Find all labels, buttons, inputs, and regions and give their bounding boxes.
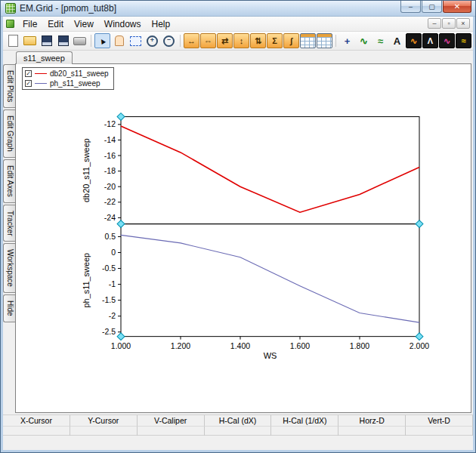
mdi-close-button[interactable]: × <box>456 18 470 29</box>
plot-border <box>121 117 419 224</box>
save-icon[interactable] <box>39 33 54 48</box>
menu-edit[interactable]: Edit <box>42 17 69 31</box>
chart-text: -0.5 <box>102 264 116 273</box>
sidebar-tab-edit-graph[interactable]: Edit Graph <box>3 109 15 158</box>
chart-text: -1.5 <box>102 296 116 304</box>
status-column-header: Y-Cursor <box>70 415 138 427</box>
select-cursor-icon[interactable] <box>94 33 110 48</box>
zoom-out-icon[interactable] <box>161 33 177 48</box>
chart-text: 1.800 <box>350 342 369 350</box>
envelope-icon[interactable]: ≈ <box>456 33 471 48</box>
sidebar-tab-edit-axes[interactable]: Edit Axes <box>3 159 15 203</box>
toolbar-separator <box>91 35 91 47</box>
maximize-button[interactable]: ▢ <box>422 1 442 13</box>
chart-text: 1.600 <box>290 342 310 350</box>
chart-text: -14 <box>104 136 116 144</box>
chart-text: -16 <box>104 152 116 160</box>
menu-bar: File Edit View Windows Help – ▫ × <box>3 17 473 32</box>
document-tab-strip: s11_sweep <box>15 51 471 63</box>
chart-canvas[interactable]: -12-14-16-18-20-22-24db20_s11_sweep0.50-… <box>16 64 471 412</box>
menu-view[interactable]: View <box>69 17 99 31</box>
fit-vertical-icon[interactable]: ↕ <box>233 33 249 48</box>
status-column-header: X-Cursor <box>3 415 70 427</box>
tab-s11-sweep[interactable]: s11_sweep <box>16 51 73 64</box>
window-controls: – ▢ ✕ <box>400 1 471 13</box>
app-window: EM.Grid - [pmom_tut8b] – ▢ ✕ File Edit V… <box>0 0 476 453</box>
new-document-icon[interactable] <box>5 33 21 48</box>
toolbar-separator <box>474 35 475 47</box>
pan-horizontal-icon[interactable]: ⇄ <box>217 33 233 48</box>
chart-text: 1.400 <box>230 342 250 350</box>
menu-windows[interactable]: Windows <box>99 17 147 31</box>
modulation-icon[interactable]: ∿ <box>439 33 455 48</box>
save-as-icon[interactable] <box>55 33 71 48</box>
chart-text: -22 <box>104 198 116 206</box>
axis-handle-icon[interactable] <box>117 113 125 121</box>
mdi-window-controls: – ▫ × <box>427 18 470 29</box>
chart-legend: ✓db20_s11_sweep✓ph_s11_sweep <box>22 67 114 90</box>
sidebar-tab-workspace[interactable]: Workspace <box>3 243 15 293</box>
sidebar-tab-hide[interactable]: Hide <box>3 294 15 322</box>
zoom-window-icon[interactable] <box>128 33 144 48</box>
smooth-curve-icon[interactable]: ≈ <box>372 33 388 48</box>
chart-text: -18 <box>104 167 116 175</box>
close-button[interactable]: ✕ <box>443 1 471 13</box>
window-frame: File Edit View Windows Help – ▫ × ↔⇔⇄↕⇅Σ… <box>1 17 475 452</box>
status-column-header: Vert-D <box>406 415 473 427</box>
chart-text: -20 <box>104 183 116 191</box>
expand-horizontal-icon[interactable]: ⇔ <box>200 33 216 48</box>
text-annotation-icon[interactable]: A <box>389 33 405 48</box>
waveform-icon[interactable]: ∿ <box>356 33 372 48</box>
status-bar: X-CursorY-CursorV-CaliperH-Cal (dX)H-Cal… <box>3 414 473 436</box>
status-column-header: H-Cal (1/dX) <box>271 415 338 427</box>
document-area: s11_sweep ✓db20_s11_sweep✓ph_s11_sweep -… <box>15 51 473 413</box>
menu-help[interactable]: Help <box>147 17 176 31</box>
legend-label: db20_s11_sweep <box>50 69 109 78</box>
minimize-button[interactable]: – <box>400 1 421 13</box>
zoom-in-icon[interactable] <box>144 33 160 48</box>
mdi-restore-button[interactable]: ▫ <box>442 18 456 29</box>
toolbar-separator <box>335 35 336 47</box>
axis-handle-icon[interactable] <box>117 220 125 228</box>
ph_s11_sweep-trace[interactable] <box>121 235 419 322</box>
legend-checkbox[interactable]: ✓ <box>25 70 32 77</box>
fft-icon[interactable]: ∿ <box>406 33 422 48</box>
add-trace-icon[interactable]: + <box>339 33 355 48</box>
sum-icon[interactable]: Σ <box>267 33 283 48</box>
sidebar-tab-edit-plots[interactable]: Edit Plots <box>3 64 15 108</box>
data-grid-icon[interactable] <box>317 33 332 48</box>
pan-hand-icon[interactable] <box>111 33 127 48</box>
status-column-header: V-Caliper <box>138 415 205 427</box>
print-icon[interactable] <box>72 33 88 48</box>
legend-checkbox[interactable]: ✓ <box>25 80 32 87</box>
chart-text: 1.200 <box>171 342 190 350</box>
legend-line-swatch <box>35 83 47 84</box>
legend-entry: ✓db20_s11_sweep <box>25 69 109 78</box>
chart-text: db20_s11_sweep <box>82 138 91 202</box>
axis-handle-icon[interactable] <box>416 220 423 228</box>
open-file-icon[interactable] <box>22 33 38 48</box>
data-table-icon[interactable] <box>300 33 316 48</box>
db20_s11_sweep-trace[interactable] <box>121 126 419 212</box>
axis-handle-icon[interactable] <box>117 333 125 341</box>
chart-text: 1.000 <box>111 342 131 350</box>
chart-text: -24 <box>104 214 116 222</box>
menu-file[interactable]: File <box>17 17 42 31</box>
legend-label: ph_s11_sweep <box>50 79 100 88</box>
chart-text: ph_s11_sweep <box>82 253 91 308</box>
chart-text: -1 <box>109 280 116 288</box>
axis-handle-icon[interactable] <box>416 333 423 341</box>
document-icon[interactable] <box>6 20 14 28</box>
toolbar: ↔⇔⇄↕⇅Σ∫+∿≈A∿Λ∿≈⇅⇄≡Layou <box>3 32 473 51</box>
spectrum-icon[interactable]: Λ <box>422 33 438 48</box>
sidebar-tab-tracker[interactable]: Tracker <box>3 205 15 242</box>
mdi-minimize-button[interactable]: – <box>428 18 441 29</box>
expand-vertical-icon[interactable]: ⇅ <box>250 33 266 48</box>
chart-text: -2 <box>109 312 116 320</box>
chart-text: 0 <box>111 248 116 257</box>
app-grid-icon <box>5 3 16 14</box>
legend-line-swatch <box>35 73 47 74</box>
integral-icon[interactable]: ∫ <box>283 33 299 48</box>
fit-horizontal-icon[interactable]: ↔ <box>184 33 199 48</box>
chart-text: 0.5 <box>104 233 116 241</box>
